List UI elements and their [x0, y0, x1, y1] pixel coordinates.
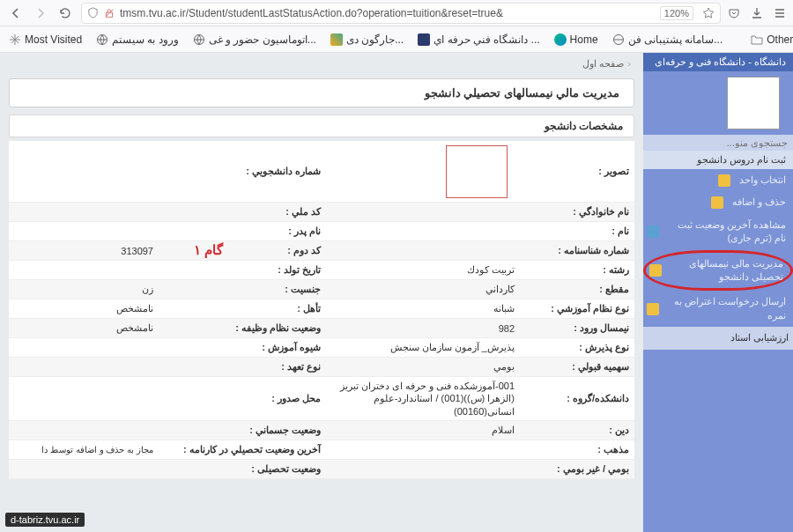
menu-search-input[interactable]	[648, 137, 788, 148]
value-birth-date	[9, 261, 159, 279]
label-second-code: کد دوم :	[159, 241, 326, 260]
label-birth-date: تاریخ تولد :	[159, 261, 326, 279]
bookmark-home[interactable]: Home	[554, 33, 598, 46]
value-id-number	[326, 241, 520, 260]
pocket-icon[interactable]	[728, 7, 740, 19]
folder-icon	[751, 33, 763, 46]
bookmark-login[interactable]: ورود به سیستم	[96, 33, 179, 46]
value-issue-place	[9, 377, 159, 420]
site-title: دانشگاه - دانشگاه فنی و حرفه‌ای	[643, 53, 793, 71]
other-bookmarks[interactable]: Other Bookmarks	[751, 33, 793, 46]
value-family-name	[326, 203, 520, 221]
menu-icon[interactable]	[774, 7, 786, 19]
value-entry-sem: 982	[326, 319, 520, 337]
reload-button[interactable]	[56, 4, 74, 22]
label-religion: دین :	[520, 421, 634, 440]
globe-icon	[96, 33, 108, 46]
sidebar-section-header: ثبت نام دروس دانشجو	[643, 151, 793, 169]
student-photo	[446, 145, 508, 198]
browser-toolbar: tmsm.tvu.ac.ir/Student/studentLastStatus…	[0, 0, 793, 26]
bookmark-jargun[interactable]: جارگون دی...	[330, 33, 404, 46]
value-sect	[326, 440, 520, 459]
breadcrumb: ‹صفحه اول	[0, 53, 643, 75]
sidebar: دانشگاه - دانشگاه فنی و حرفه‌ای ثبت نام …	[643, 53, 793, 532]
label-entry-sem: نیمسال ورود :	[520, 319, 634, 337]
bookmarks-bar: Most Visited ورود به سیستم اتوماسیون حضو…	[0, 26, 793, 53]
value-learning-method	[9, 338, 159, 357]
value-local	[326, 460, 520, 478]
panel-title: مدیریت مالي نیمسالهای تحصیلي دانشجو	[9, 78, 634, 107]
value-marital: نامشخص	[9, 299, 159, 318]
label-edu-status: وضعیت تحصیلی :	[159, 460, 326, 478]
globe-icon	[612, 33, 625, 46]
shield-icon	[87, 7, 99, 18]
menu-view-status[interactable]: مشاهده آخرین وضعیت ثبت نام (ترم جاری)	[643, 214, 793, 250]
value-military: نامشخص	[9, 319, 159, 337]
label-commitment: نوع تعهد :	[159, 358, 326, 376]
doc-icon	[647, 303, 659, 315]
value-edu-status	[9, 460, 159, 478]
value-second-code: 313097	[9, 241, 159, 260]
bookmark-uni[interactable]: دانشگاه فني حرفه اي ...	[418, 33, 539, 46]
menu-send-objection[interactable]: ارسال درخواست اعتراض به نمره	[643, 291, 793, 327]
chevron-left-icon: ‹	[627, 58, 631, 69]
lock-icon	[104, 8, 115, 18]
label-transcript-status: آخرین وضعیت تحصیلي در کارنامه :	[159, 440, 326, 459]
label-issue-place: محل صدور :	[159, 377, 326, 420]
app-icon	[330, 33, 343, 46]
globe-icon	[193, 33, 205, 46]
doc-icon	[711, 196, 723, 209]
value-name	[326, 222, 520, 240]
main-content: ‹صفحه اول مدیریت مالي نیمسالهای تحصیلي د…	[0, 53, 643, 532]
menu-search[interactable]	[643, 135, 793, 151]
label-photo: تصویر :	[520, 141, 634, 202]
label-gender: جنسیت :	[159, 280, 326, 299]
menu-add-drop[interactable]: حذف و اضافه	[643, 191, 793, 213]
value-national-code	[9, 203, 159, 221]
label-military: وضعیت نظام وظیفه :	[159, 319, 326, 337]
step-annotation: گام ۱	[194, 242, 223, 258]
doc-icon	[647, 225, 659, 238]
menu-finance-management[interactable]: مدیریت مالی نیمسالهای تحصیلی دانشجو	[643, 250, 793, 292]
url-text: tmsm.tvu.ac.ir/Student/studentLastStatus…	[120, 7, 651, 19]
value-gender: زن	[9, 280, 159, 299]
bookmark-support[interactable]: سامانه پشتیبانی فن...	[612, 33, 723, 46]
sidebar-photo	[727, 77, 780, 129]
back-button[interactable]	[7, 4, 25, 22]
value-physical	[9, 421, 159, 440]
bookmark-most-visited[interactable]: Most Visited	[9, 33, 82, 46]
label-learning-method: شیوه آموزش :	[159, 338, 326, 357]
label-field: رشته :	[520, 261, 634, 279]
label-family-name: نام خانوادگي :	[520, 203, 634, 221]
zoom-level[interactable]: 120%	[660, 6, 693, 20]
bookmark-attendance[interactable]: اتوماسیون حضور و غی...	[193, 33, 316, 46]
url-bar[interactable]: tmsm.tvu.ac.ir/Student/studentLastStatus…	[81, 3, 721, 24]
sparkle-icon	[9, 33, 21, 46]
menu-select-unit[interactable]: انتخاب واحد	[643, 169, 793, 191]
label-faculty: دانشکده/گروه :	[520, 377, 634, 420]
label-quota: سهمیه قبولي :	[520, 358, 634, 376]
label-edu-type: نوع نظام آموزشي :	[520, 299, 634, 318]
value-faculty: 001-آموزشکده فنی و حرفه ای دختران تبریز …	[326, 377, 520, 420]
edge-icon	[554, 33, 567, 46]
label-father-name: نام پدر :	[159, 222, 326, 240]
app-icon	[418, 33, 430, 46]
value-father-name	[9, 222, 159, 240]
value-religion: اسلام	[326, 421, 520, 440]
label-local: بومي / غیر بومي :	[520, 460, 634, 478]
student-details-grid: تصویر : شماره دانشجویي : نام خانوادگي : …	[9, 141, 634, 479]
star-icon[interactable]	[702, 7, 715, 19]
doc-icon	[649, 264, 662, 277]
label-marital: تأهل :	[159, 299, 326, 318]
value-admission-type: پذیرش_ آزمون سازمان سنجش	[326, 338, 520, 357]
value-transfer-note: مجاز به حذف و اضافه توسط دا	[9, 440, 159, 459]
label-national-code: کد ملي :	[159, 203, 326, 221]
value-quota: بومي	[326, 358, 520, 376]
value-field: تربیت کودك	[326, 261, 520, 279]
menu-eval-teacher[interactable]: ارزشیابی استاد	[643, 327, 793, 349]
download-icon[interactable]	[751, 7, 763, 19]
label-name: نام :	[520, 222, 634, 240]
watermark: d-tabriz.tvu.ac.ir	[5, 513, 85, 527]
forward-button[interactable]	[32, 4, 49, 22]
label-id-number: شماره شناسنامه :	[520, 241, 634, 260]
